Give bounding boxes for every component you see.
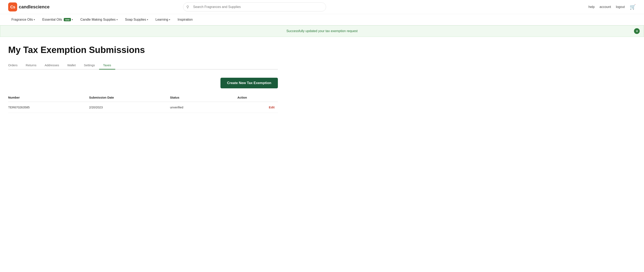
actions-row: Create New Tax Exemption [8,78,278,88]
tab-wallet[interactable]: Wallet [63,61,80,70]
success-message: Successfully updated your tax exemption … [286,29,358,33]
logo-text: candlescience [19,4,50,10]
table-header-row: Number Submission Date Status Action [8,93,278,102]
chevron-down-icon: ▾ [72,18,73,21]
col-header-action: Action [238,93,278,102]
search-icon: ⚲ [186,5,189,9]
tab-taxes[interactable]: Taxes [99,61,115,70]
chevron-down-icon: ▾ [147,18,148,21]
cart-icon[interactable]: 🛒 [630,4,636,10]
exemption-table: Number Submission Date Status Action TER… [8,93,278,113]
chevron-down-icon: ▾ [116,18,118,21]
exemption-number: TER670263585 [8,102,89,113]
tab-orders[interactable]: Orders [8,61,22,70]
exemption-status: unverified [170,102,238,113]
search-input[interactable] [183,3,326,12]
logo[interactable]: Cs candlescience [8,3,50,12]
tab-addresses[interactable]: Addresses [40,61,63,70]
main-nav: Fragrance Oils ▾ Essential Oils new ▾ Ca… [0,14,644,25]
nav-inspiration[interactable]: Inspiration [174,14,196,25]
exemption-date: 2/20/2023 [89,102,170,113]
nav-soap-supplies[interactable]: Soap Supplies ▾ [122,14,152,25]
logo-icon: Cs [8,3,17,12]
nav-learning[interactable]: Learning ▾ [152,14,174,25]
help-link[interactable]: help [588,5,594,9]
nav-fragrance-oils[interactable]: Fragrance Oils ▾ [8,14,38,25]
nav-essential-oils[interactable]: Essential Oils new ▾ [39,14,76,25]
chevron-down-icon: ▾ [169,18,170,21]
account-link[interactable]: account [600,5,611,9]
success-banner: Successfully updated your tax exemption … [0,25,644,37]
table-row: TER670263585 2/20/2023 unverified Edit [8,102,278,113]
nav-candle-making[interactable]: Candle Making Supplies ▾ [77,14,121,25]
chevron-down-icon: ▾ [34,18,35,21]
tab-settings[interactable]: Settings [80,61,99,70]
create-exemption-button[interactable]: Create New Tax Exemption [220,78,278,88]
exemption-action-cell: Edit [238,102,278,113]
account-tabs: Orders Returns Addresses Wallet Settings… [8,61,278,70]
tab-returns[interactable]: Returns [22,61,41,70]
col-header-number: Number [8,93,89,102]
top-nav: help account logout 🛒 [588,4,636,10]
new-badge: new [64,18,71,21]
edit-exemption-link[interactable]: Edit [269,106,274,109]
search-bar: ⚲ [183,3,326,12]
close-banner-button[interactable]: ✕ [634,28,640,34]
col-header-date: Submission Date [89,93,170,102]
page-title: My Tax Exemption Submissions [8,45,278,55]
topbar: Cs candlescience ⚲ help account logout 🛒 [0,0,644,14]
logout-link[interactable]: logout [616,5,625,9]
page-content: My Tax Exemption Submissions Orders Retu… [0,37,286,125]
col-header-status: Status [170,93,238,102]
